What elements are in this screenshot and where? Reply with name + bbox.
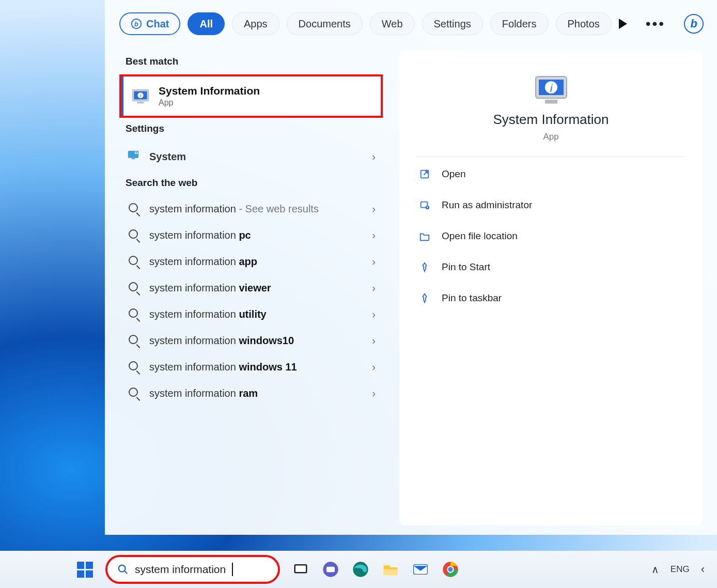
settings-item-label: System xyxy=(149,151,186,163)
search-icon xyxy=(129,229,138,239)
result-system-information[interactable]: i System Information App xyxy=(121,76,381,116)
tray-chevron-icon[interactable]: ∧ xyxy=(651,563,659,576)
search-icon xyxy=(129,282,138,291)
pin-icon xyxy=(419,261,430,273)
chevron-right-icon: › xyxy=(372,256,376,268)
action-pin-start[interactable]: Pin to Start xyxy=(417,253,685,281)
best-match-header: Best match xyxy=(119,51,383,74)
chevron-right-icon: › xyxy=(372,282,376,294)
bing-icon[interactable]: b xyxy=(684,14,704,34)
web-result-7[interactable]: system information ram › xyxy=(119,380,383,407)
display-settings-icon xyxy=(127,149,140,162)
task-view-button[interactable] xyxy=(291,560,310,579)
shield-admin-icon xyxy=(419,199,430,211)
chat-bubble-icon xyxy=(322,561,339,578)
chevron-right-icon: › xyxy=(372,388,376,399)
web-result-0[interactable]: system information - See web results › xyxy=(119,196,383,222)
detail-subtitle: App xyxy=(543,132,558,142)
folder-icon xyxy=(419,230,430,242)
settings-header: Settings xyxy=(119,118,383,142)
action-open-location[interactable]: Open file location xyxy=(417,222,685,250)
web-result-5[interactable]: system information windows10 › xyxy=(119,328,383,354)
search-web-header: Search the web xyxy=(119,172,383,196)
search-panel: b Chat All Apps Documents Web Settings F… xyxy=(105,0,717,535)
web-result-1[interactable]: system information pc › xyxy=(119,222,383,249)
svg-rect-14 xyxy=(545,100,557,104)
tray-more[interactable]: ‹ xyxy=(701,563,705,576)
chevron-right-icon: › xyxy=(372,229,376,241)
web-result-6[interactable]: system information windows 11 › xyxy=(119,354,383,380)
system-information-icon: i xyxy=(533,70,570,107)
action-pin-taskbar[interactable]: Pin to taskbar xyxy=(417,284,685,312)
folder-icon xyxy=(382,561,399,578)
search-value: system information xyxy=(135,563,226,576)
action-run-admin[interactable]: Run as administrator xyxy=(417,191,685,219)
web-result-3[interactable]: system information viewer › xyxy=(119,275,383,301)
language-indicator[interactable]: ENG xyxy=(671,564,690,575)
chevron-right-icon: › xyxy=(372,203,376,215)
filter-documents[interactable]: Documents xyxy=(287,12,363,35)
chrome-button[interactable] xyxy=(441,560,460,579)
edge-button[interactable] xyxy=(351,560,370,579)
more-options-icon[interactable]: ••• xyxy=(646,22,665,26)
svg-point-18 xyxy=(119,565,126,572)
filter-web[interactable]: Web xyxy=(370,12,415,35)
result-subtitle: App xyxy=(159,98,260,107)
taskbar: system information ∧ ENG ‹ xyxy=(0,551,717,588)
explorer-button[interactable] xyxy=(381,560,400,579)
filter-settings[interactable]: Settings xyxy=(422,12,483,35)
teams-chat-button[interactable] xyxy=(321,560,340,579)
edge-icon xyxy=(352,561,369,578)
search-icon xyxy=(129,361,138,370)
filter-photos[interactable]: Photos xyxy=(556,12,612,35)
annotation-highlight: i System Information App xyxy=(119,74,383,118)
chevron-right-icon: › xyxy=(372,151,376,163)
chrome-icon xyxy=(442,561,459,578)
start-button[interactable] xyxy=(75,560,94,579)
mail-icon xyxy=(412,561,429,578)
filter-all[interactable]: All xyxy=(188,12,225,35)
chat-label: Chat xyxy=(146,18,169,30)
results-column: Best match i System Information App xyxy=(119,51,383,525)
chevron-right-icon: › xyxy=(372,308,376,320)
svg-point-28 xyxy=(448,567,453,571)
taskbar-search-input[interactable]: system information xyxy=(107,557,278,582)
search-filter-tabs: b Chat All Apps Documents Web Settings F… xyxy=(119,12,703,35)
chevron-right-icon: › xyxy=(372,335,376,347)
detail-title: System Information xyxy=(493,112,609,128)
filter-apps[interactable]: Apps xyxy=(232,12,279,35)
web-result-2[interactable]: system information app › xyxy=(119,249,383,275)
search-icon xyxy=(129,203,138,212)
svg-text:b: b xyxy=(134,20,138,28)
mail-button[interactable] xyxy=(411,560,430,579)
action-open[interactable]: Open xyxy=(417,160,685,188)
search-icon xyxy=(129,388,138,397)
task-view-icon xyxy=(293,562,308,577)
svg-rect-24 xyxy=(384,569,398,575)
search-icon xyxy=(117,564,129,575)
svg-rect-22 xyxy=(326,567,335,572)
filter-folders[interactable]: Folders xyxy=(490,12,549,35)
result-title: System Information xyxy=(159,85,260,97)
chevron-right-icon: › xyxy=(372,361,376,373)
svg-rect-20 xyxy=(295,566,306,572)
pin-icon xyxy=(419,292,430,304)
search-icon xyxy=(129,335,138,344)
svg-rect-6 xyxy=(137,102,144,103)
detail-pane: i System Information App Open Run as adm… xyxy=(399,51,703,525)
bing-chat-icon: b xyxy=(131,18,142,29)
play-icon[interactable] xyxy=(619,19,627,29)
open-external-icon xyxy=(419,168,430,180)
text-caret xyxy=(232,563,233,576)
web-result-4[interactable]: system information utility › xyxy=(119,301,383,328)
svg-rect-9 xyxy=(132,158,135,159)
chat-button[interactable]: b Chat xyxy=(119,12,180,35)
search-icon xyxy=(129,308,138,318)
search-icon xyxy=(129,256,138,265)
windows-logo-icon xyxy=(77,562,93,578)
result-settings-system[interactable]: System › xyxy=(119,142,383,172)
system-information-icon: i xyxy=(131,86,150,106)
